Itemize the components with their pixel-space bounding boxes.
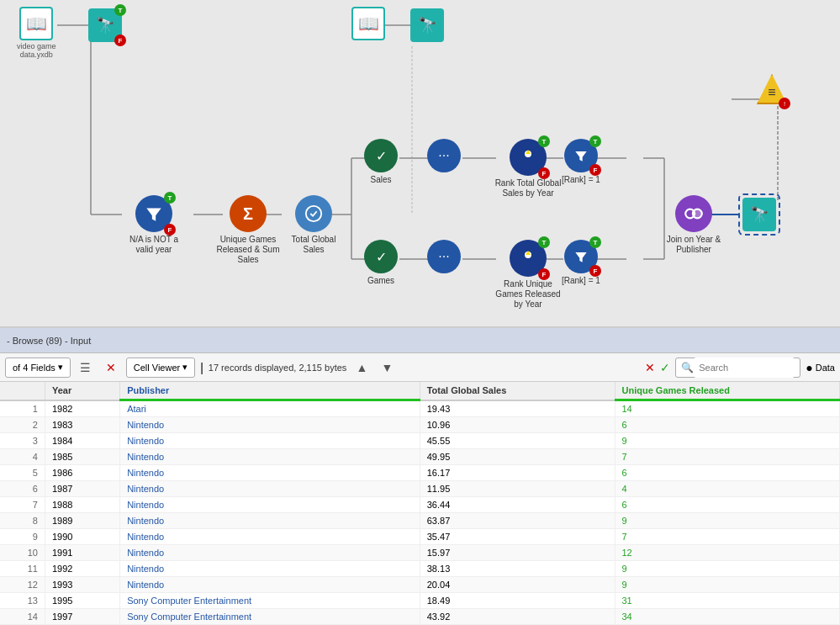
cell-record: 2 bbox=[0, 417, 45, 433]
col-header-sales: Total Global Sales bbox=[420, 382, 615, 400]
table-row: 9 1990 Nintendo 35.47 7 bbox=[0, 529, 840, 545]
join-icon bbox=[675, 195, 712, 232]
rank-games-badge-f: F bbox=[538, 268, 550, 280]
browse-icon-1: 📖 bbox=[19, 7, 53, 40]
cell-record: 5 bbox=[0, 465, 45, 481]
cell-publisher: Nintendo bbox=[120, 529, 420, 545]
cell-record: 13 bbox=[0, 593, 45, 609]
cell-sales: 63.87 bbox=[420, 513, 615, 529]
cell-sales: 36.44 bbox=[420, 497, 615, 513]
cell-games: 14 bbox=[615, 400, 840, 417]
table-icon-btn[interactable]: ☰ bbox=[76, 358, 96, 378]
cell-sales: 49.95 bbox=[420, 449, 615, 465]
cell-sales: 38.13 bbox=[420, 561, 615, 577]
cell-record: 1 bbox=[0, 400, 45, 417]
cell-publisher: Nintendo bbox=[120, 433, 420, 449]
cell-sales: 11.95 bbox=[420, 481, 615, 497]
games-dots-node[interactable]: ··· bbox=[427, 240, 461, 273]
results-table: Year Publisher Total Global Sales Unique… bbox=[0, 382, 840, 625]
cell-games: 4 bbox=[615, 481, 840, 497]
table-row: 3 1984 Nintendo 45.55 9 bbox=[0, 433, 840, 449]
cell-publisher: Nintendo bbox=[120, 497, 420, 513]
filter-badge-f: F bbox=[164, 224, 176, 236]
confirm-btn[interactable]: ✓ bbox=[660, 361, 670, 374]
cell-record: 14 bbox=[0, 609, 45, 625]
join-label: Join on Year & Publisher bbox=[660, 235, 727, 255]
rank-games-node[interactable]: T F Rank Unique Games Released by Year bbox=[494, 240, 562, 310]
sales-check-node[interactable]: ✓ Sales bbox=[364, 139, 398, 185]
fields-dropdown[interactable]: of 4 Fields ▾ bbox=[5, 358, 71, 378]
output-binoculars[interactable]: 🔭 bbox=[738, 193, 780, 236]
cell-games: 6 bbox=[615, 497, 840, 513]
down-arrow-btn[interactable]: ▼ bbox=[377, 358, 397, 378]
search-input[interactable] bbox=[694, 358, 795, 378]
browse-node-1[interactable]: 📖 video game data.yxdb bbox=[17, 7, 56, 59]
fields-chevron: ▾ bbox=[58, 362, 63, 373]
cell-year: 1986 bbox=[45, 465, 119, 481]
browse-node-2[interactable]: 📖 bbox=[351, 7, 385, 40]
rank-sf-badge-f: F bbox=[589, 164, 601, 176]
data-table: Year Publisher Total Global Sales Unique… bbox=[0, 382, 840, 625]
cell-publisher: Nintendo bbox=[120, 545, 420, 561]
data-radio[interactable]: ● Data bbox=[806, 361, 835, 374]
cell-year: 1995 bbox=[45, 593, 119, 609]
rank-games-label: Rank Unique Games Released by Year bbox=[494, 279, 562, 310]
cell-games: 7 bbox=[615, 449, 840, 465]
table-row: 1 1982 Atari 19.43 14 bbox=[0, 400, 840, 417]
browse-icon-2: 📖 bbox=[351, 7, 385, 40]
total-sales-icon bbox=[295, 195, 332, 232]
warning-node[interactable]: ≡ ! bbox=[757, 74, 787, 104]
games-check-node[interactable]: ✓ Games bbox=[364, 240, 398, 286]
cell-viewer-dropdown[interactable]: Cell Viewer ▾ bbox=[126, 358, 195, 378]
rank-sales-filter-node[interactable]: T F [Rank] = 1 bbox=[562, 139, 600, 185]
clear-btn[interactable]: ✕ bbox=[645, 361, 655, 374]
total-sales-label: Total Global Sales bbox=[280, 235, 347, 255]
col-header-publisher: Publisher bbox=[120, 382, 420, 400]
cell-viewer-label: Cell Viewer bbox=[134, 363, 180, 373]
cell-publisher: Nintendo bbox=[120, 449, 420, 465]
table-header-row: Year Publisher Total Global Sales Unique… bbox=[0, 382, 840, 400]
data-label: Data bbox=[816, 363, 835, 373]
cell-year: 1991 bbox=[45, 545, 119, 561]
cell-sales: 43.92 bbox=[420, 609, 615, 625]
col-header-record bbox=[0, 382, 45, 400]
rank-games-filter-node[interactable]: T F [Rank] = 1 bbox=[562, 240, 600, 286]
rank-sales-node[interactable]: T F Rank Total Global Sales by Year bbox=[494, 139, 562, 199]
summarize-node[interactable]: Σ Unique Games Released & Sum Sales bbox=[214, 195, 282, 265]
badge-green-1: T bbox=[114, 4, 126, 16]
join-node[interactable]: Join on Year & Publisher bbox=[660, 195, 727, 255]
cell-year: 1984 bbox=[45, 433, 119, 449]
cell-games: 6 bbox=[615, 417, 840, 433]
fields-label: of 4 Fields bbox=[13, 363, 55, 373]
cell-record: 11 bbox=[0, 561, 45, 577]
svg-point-31 bbox=[693, 209, 702, 219]
filter-node[interactable]: T F N/A is NOT a valid year bbox=[120, 195, 188, 255]
cell-games: 31 bbox=[615, 593, 840, 609]
total-sales-node[interactable]: Total Global Sales bbox=[280, 195, 347, 255]
close-icon-btn[interactable]: ✕ bbox=[101, 358, 121, 378]
cell-record: 6 bbox=[0, 481, 45, 497]
cell-sales: 10.96 bbox=[420, 417, 615, 433]
up-arrow-btn[interactable]: ▲ bbox=[351, 358, 372, 378]
badge-red-1: F bbox=[114, 34, 126, 46]
workflow-canvas[interactable]: 📖 video game data.yxdb 🔭 T F 📖 🔭 T F N/A… bbox=[0, 0, 840, 328]
binoculars-node-1[interactable]: 🔭 T F bbox=[88, 8, 122, 42]
cell-year: 1985 bbox=[45, 449, 119, 465]
cell-sales: 45.55 bbox=[420, 433, 615, 449]
binoculars-node-2[interactable]: 🔭 bbox=[410, 8, 444, 42]
cell-games: 12 bbox=[615, 545, 840, 561]
viewer-chevron: ▾ bbox=[182, 362, 188, 373]
filter-badge-t: T bbox=[164, 192, 176, 204]
cell-publisher: Nintendo bbox=[120, 561, 420, 577]
cell-sales: 15.97 bbox=[420, 545, 615, 561]
rank-sales-label: Rank Total Global Sales by Year bbox=[494, 178, 562, 199]
table-row: 2 1983 Nintendo 10.96 6 bbox=[0, 417, 840, 433]
cell-publisher: Nintendo bbox=[120, 481, 420, 497]
sales-dots-node[interactable]: ··· bbox=[427, 139, 461, 172]
rank-sales-badge: T bbox=[538, 135, 550, 147]
rank-gf-badge-t: T bbox=[589, 236, 601, 248]
panel-header: - Browse (89) - Input bbox=[0, 328, 840, 353]
cell-record: 12 bbox=[0, 577, 45, 593]
warning-badge: ! bbox=[779, 98, 790, 109]
table-row: 4 1985 Nintendo 49.95 7 bbox=[0, 449, 840, 465]
